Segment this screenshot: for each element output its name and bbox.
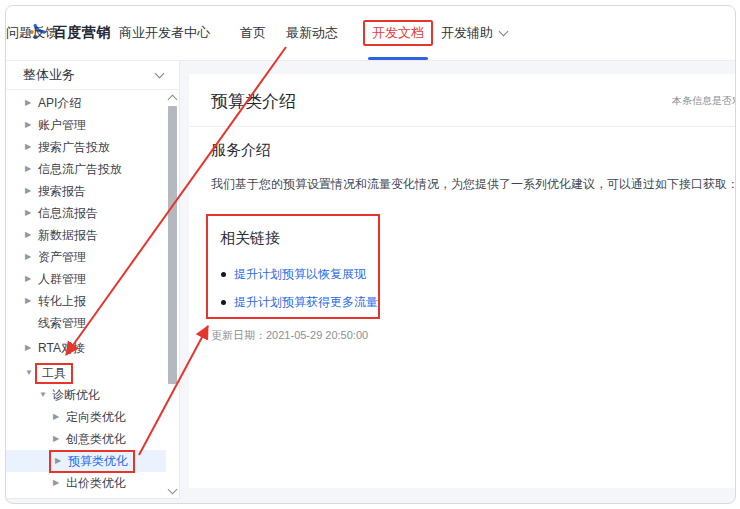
nav-item-label: 开发文档 — [363, 20, 433, 46]
nav-item-label: 首页 — [240, 24, 266, 42]
feedback-prompt: 本条信息是否对您有帮助 — [672, 94, 735, 108]
sidebar-tree-item[interactable]: 工具 — [6, 362, 166, 384]
nav-item[interactable]: 最新动态 — [286, 6, 338, 60]
chevron-down-icon — [155, 69, 165, 79]
sidebar-tree-item[interactable]: 转化上报 — [6, 290, 166, 312]
sidebar-section-label: 整体业务 — [23, 66, 75, 84]
sidebar-item-label: 资产管理 — [38, 249, 86, 266]
tree-expander-icon[interactable] — [53, 413, 66, 421]
chevron-down-icon — [499, 27, 509, 37]
tree-expander-icon[interactable] — [39, 391, 52, 399]
sidebar-scrollbar[interactable] — [166, 92, 179, 496]
annotation-box-related-links: 相关链接 提升计划预算以恢复展现 提升计划预算获得更多流量 — [206, 214, 380, 319]
sidebar-tree-item[interactable]: 人群管理 — [6, 268, 166, 290]
nav-item-label: 开发辅助 — [441, 24, 493, 42]
sidebar-item-label: 诊断优化 — [52, 387, 100, 404]
top-nav-bar: 百度营销 商业开发者中心 首页 最新动态 开发文档 — [6, 6, 735, 61]
tree-expander-icon[interactable] — [25, 231, 38, 239]
sidebar: 整体业务 API介绍 账户管理 — [6, 60, 180, 499]
sidebar-tree-item[interactable]: RTA对接 — [6, 337, 166, 359]
sidebar-item-label: 新数据报告 — [38, 227, 98, 244]
sidebar-item-label: 账户管理 — [38, 117, 86, 134]
related-links-list: 提升计划预算以恢复展现 提升计划预算获得更多流量 — [221, 260, 378, 316]
tree-expander-icon[interactable] — [55, 457, 68, 465]
sidebar-tree-item[interactable]: 创意类优化 — [6, 428, 166, 450]
sidebar-tree-item[interactable]: 搜索广告投放 — [6, 136, 166, 158]
intro-paragraph: 我们基于您的预算设置情况和流量变化情况，为您提供了一系列优化建议，可以通过如下接… — [211, 176, 736, 193]
brand-suffix: 商业开发者中心 — [119, 24, 210, 42]
sidebar-item-label: 定向类优化 — [66, 409, 126, 426]
sidebar-tree-item[interactable]: 搜索报告 — [6, 180, 166, 202]
tree-expander-icon[interactable] — [25, 297, 38, 305]
app-window: 百度营销 商业开发者中心 首页 最新动态 开发文档 — [5, 5, 736, 504]
sidebar-item-label: 信息流广告投放 — [38, 161, 122, 178]
sidebar-item-label: 信息流报告 — [38, 205, 98, 222]
update-date-label: 更新日期： — [211, 329, 266, 341]
sidebar-tree: API介绍 账户管理 搜索广告投放 — [6, 92, 166, 494]
tree-expander-icon[interactable] — [25, 187, 38, 195]
tree-expander-icon[interactable] — [25, 253, 38, 261]
tree-expander-icon[interactable] — [53, 435, 66, 443]
sidebar-tree-item[interactable]: 新数据报告 — [6, 224, 166, 246]
sidebar-item-label: 出价类优化 — [66, 475, 126, 492]
tree-expander-icon[interactable] — [25, 143, 38, 151]
tree-expander-icon[interactable] — [25, 165, 38, 173]
update-date-value: 2021-05-29 20:50:00 — [266, 329, 368, 341]
tree-expander-icon[interactable] — [53, 479, 66, 487]
screenshot-root: 百度营销 商业开发者中心 首页 最新动态 开发文档 — [0, 0, 740, 509]
related-link-item: 提升计划预算获得更多流量 — [221, 288, 378, 316]
sidebar-tree-item[interactable]: 信息流报告 — [6, 202, 166, 224]
sidebar-tree-item[interactable]: API介绍 — [6, 92, 166, 114]
bullet-icon — [221, 272, 226, 277]
nav-item[interactable]: 问题反馈 — [6, 6, 58, 60]
scroll-up-icon[interactable] — [168, 95, 178, 105]
sidebar-item-label: 工具 — [35, 363, 73, 384]
sidebar-tree-item[interactable]: 线索管理 — [6, 312, 166, 334]
sidebar-item-label: 转化上报 — [38, 293, 86, 310]
related-links-heading: 相关链接 — [220, 229, 280, 248]
nav-item-label: 最新动态 — [286, 24, 338, 42]
title-divider — [189, 126, 735, 127]
sidebar-tree-item[interactable]: 信息流广告投放 — [6, 158, 166, 180]
sidebar-item-label: RTA对接 — [38, 340, 85, 357]
sidebar-item-label: 搜索广告投放 — [38, 139, 110, 156]
tree-expander-icon[interactable] — [25, 344, 38, 352]
sidebar-item-label: 搜索报告 — [38, 183, 86, 200]
brand-name: 百度营销 — [53, 24, 111, 42]
nav-item[interactable]: 首页 — [240, 6, 266, 60]
scroll-down-icon[interactable] — [168, 485, 178, 495]
page-title: 预算类介绍 — [211, 90, 296, 113]
update-date: 更新日期：2021-05-29 20:50:00 — [211, 328, 368, 343]
nav-item[interactable]: 开发辅助 — [441, 6, 507, 60]
sidebar-item-label: 线索管理 — [38, 315, 86, 332]
related-link-item: 提升计划预算以恢复展现 — [221, 260, 378, 288]
sidebar-tree-item[interactable]: 预算类优化 — [6, 450, 166, 472]
sidebar-tree-item[interactable]: 定向类优化 — [6, 406, 166, 428]
sidebar-item-label: API介绍 — [38, 95, 81, 112]
sidebar-item-label: 创意类优化 — [66, 431, 126, 448]
tree-expander-icon[interactable] — [25, 99, 38, 107]
sidebar-item-label: 人群管理 — [38, 271, 86, 288]
bullet-icon — [221, 300, 226, 305]
tree-expander-icon[interactable] — [25, 209, 38, 217]
sidebar-tree-item[interactable]: 诊断优化 — [6, 384, 166, 406]
sidebar-item-label: 预算类优化 — [68, 453, 128, 470]
related-link[interactable]: 提升计划预算以恢复展现 — [234, 266, 366, 283]
section-heading: 服务介绍 — [211, 141, 271, 160]
sidebar-tree-item[interactable]: 出价类优化 — [6, 472, 166, 494]
nav-item[interactable]: 开发文档 — [363, 6, 433, 60]
tree-expander-icon[interactable] — [25, 275, 38, 283]
sidebar-section-select[interactable]: 整体业务 — [6, 60, 179, 90]
content-panel: 预算类介绍 本条信息是否对您有帮助 服务介绍 我们基于您的预算设置情况和流量变化… — [189, 74, 735, 488]
tree-expander-icon[interactable] — [25, 121, 38, 129]
nav-item-label: 问题反馈 — [6, 24, 58, 42]
sidebar-tree-item[interactable]: 资产管理 — [6, 246, 166, 268]
sidebar-tree-item[interactable]: 账户管理 — [6, 114, 166, 136]
related-link[interactable]: 提升计划预算获得更多流量 — [234, 294, 378, 311]
scrollbar-thumb[interactable] — [168, 106, 177, 384]
